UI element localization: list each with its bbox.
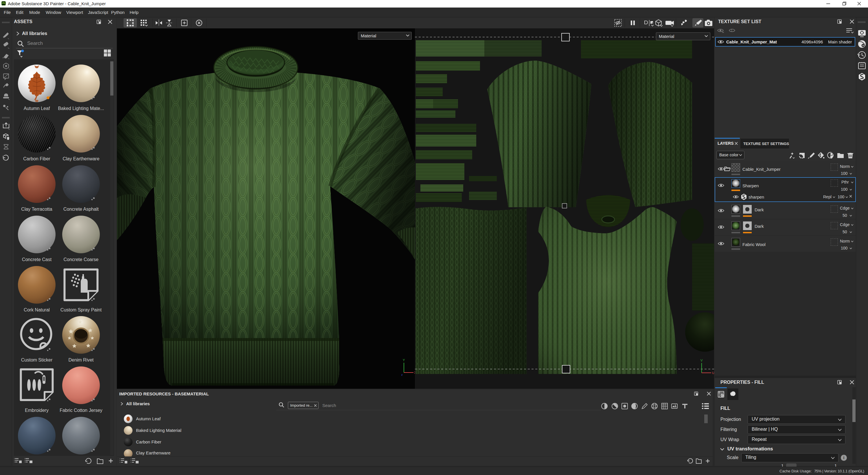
svg-text:Y: Y bbox=[403, 358, 405, 362]
svg-text:1: 1 bbox=[731, 29, 733, 32]
svg-text:V: V bbox=[701, 359, 703, 362]
svg-text:z: z bbox=[401, 374, 403, 376]
svg-text:U: U bbox=[712, 371, 714, 375]
